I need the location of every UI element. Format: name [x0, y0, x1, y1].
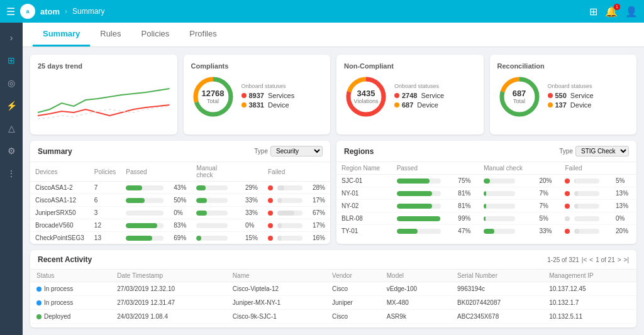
bell-icon[interactable]: 🔔1: [605, 6, 618, 18]
activity-header: Recent Activity 1-25 of 321 |< < 1 of 21…: [30, 250, 636, 270]
device-name: CheckPointSEG3: [30, 232, 89, 244]
activity-model: MX-480: [380, 296, 451, 310]
sidebar-item-alerts[interactable]: △: [1, 118, 21, 138]
col-failed: Failed: [263, 162, 308, 182]
r-failed-pct: 0%: [611, 212, 636, 225]
breadcrumb-label: Summary: [72, 7, 104, 16]
compliants-device-count: 3831: [249, 101, 264, 109]
manual-bar: [191, 219, 240, 232]
summary-type-select[interactable]: Security Compliance: [270, 146, 323, 157]
activity-mgmt-ip: 10.132.1.7: [543, 296, 636, 310]
sidebar-item-network[interactable]: ⚡: [1, 96, 21, 116]
activity-model: BIG-IQ: [380, 324, 451, 328]
pagination-prev[interactable]: <: [589, 256, 593, 263]
col-r-failed: Failed: [560, 162, 611, 175]
r-passed-pct: 81%: [453, 200, 479, 212]
tab-policies[interactable]: Policies: [131, 23, 180, 47]
table-row: NY-02 81% 7% 13%: [336, 200, 636, 212]
trend-card: 25 days trend: [30, 55, 177, 135]
nav-icons: ⊞ 🔔1 👤: [589, 6, 638, 18]
activity-vendor: Juniper: [326, 296, 380, 310]
non-compliant-services-count: 2748: [402, 92, 417, 99]
regions-type-select[interactable]: STIG Check Security: [575, 146, 629, 157]
r-manual-pct: 7%: [535, 200, 560, 212]
reconciliation-total: 687: [513, 89, 526, 98]
non-compliant-device-count: 687: [402, 101, 413, 109]
r-manual-pct: 5%: [535, 212, 560, 225]
panels-row: Summary Type Security Compliance: [30, 141, 636, 244]
col-passed-pct: [169, 162, 191, 182]
table-row: SJC-01 75% 20% 5%: [336, 175, 636, 187]
device-name: CiscoASA1-12: [30, 194, 89, 207]
policy-count: 13: [89, 232, 121, 244]
activity-date: 27/03/2019 12.32.10: [111, 282, 226, 296]
passed-bar: [121, 219, 169, 232]
list-item: Deployed 22/03/2019 11.11.41 F5-BI-BLR-1…: [30, 324, 636, 328]
r-manual-bar: [479, 212, 534, 225]
activity-title: Recent Activity: [38, 255, 92, 264]
user-icon[interactable]: 👤: [625, 6, 638, 18]
top-nav: ☰ a atom › Summary ⊞ 🔔1 👤: [0, 0, 644, 23]
nc-device-dot: [394, 102, 399, 107]
non-compliant-total: 3435: [354, 89, 379, 98]
tab-profiles[interactable]: Profiles: [179, 23, 226, 47]
pagination-next[interactable]: >: [618, 256, 621, 263]
reconciliation-services-label: Service: [570, 92, 594, 99]
activity-vendor: Cisco: [326, 310, 380, 324]
content-area: Summary Rules Policies Profiles 25 days …: [23, 23, 644, 335]
hamburger-icon[interactable]: ☰: [6, 6, 15, 18]
r-manual-pct: 33%: [535, 225, 560, 238]
trend-chart: [38, 75, 170, 125]
compliants-onboard-label: Onboard statuses: [242, 83, 323, 89]
r-passed-bar: [392, 200, 453, 212]
table-row: BLR-08 99% 5% 0%: [336, 212, 636, 225]
sidebar-item-dashboard[interactable]: ⊞: [1, 50, 21, 70]
activity-name: Juniper-MX-NY-1: [226, 296, 326, 310]
pagination-page: 1 of 21: [596, 256, 615, 263]
r-manual-bar: [479, 200, 534, 212]
r-passed-bar: [392, 187, 453, 200]
list-item: In process 27/03/2019 12.32.10 Cisco-Vip…: [30, 282, 636, 296]
r-passed-pct: 75%: [453, 175, 479, 187]
table-row: TY-01 47% 33% 20%: [336, 225, 636, 238]
compliants-services-label: Services: [268, 92, 294, 99]
tab-bar: Summary Rules Policies Profiles: [23, 23, 644, 47]
failed-bar: [263, 207, 308, 219]
passed-pct: 69%: [169, 232, 191, 244]
regions-filter: Type STIG Check Security: [559, 146, 629, 157]
r-manual-bar: [479, 225, 534, 238]
activity-name: Cisco-Viptela-12: [226, 282, 326, 296]
failed-bar: [263, 232, 308, 244]
manual-bar: [191, 194, 240, 207]
tab-rules[interactable]: Rules: [90, 23, 131, 47]
r-manual-pct: 7%: [535, 187, 560, 200]
r-manual-bar: [479, 175, 534, 187]
pagination-last[interactable]: >|: [624, 256, 629, 263]
col-policies: Policies: [89, 162, 121, 182]
col-manual-pct: [240, 162, 263, 182]
table-row: CheckPointSEG3 13 69% 15%: [30, 232, 330, 244]
activity-model: ASR9k: [380, 310, 451, 324]
activity-serial: ABC2345X678: [451, 310, 543, 324]
non-compliant-services-label: Service: [421, 92, 444, 99]
sidebar-item-targets[interactable]: ◎: [1, 73, 21, 93]
sidebar-item-settings[interactable]: ⚙: [1, 141, 21, 161]
grid-icon[interactable]: ⊞: [589, 6, 597, 18]
table-row: CiscoASA1-2 7 43% 29%: [30, 182, 330, 194]
r-passed-pct: 99%: [453, 212, 479, 225]
pagination-first[interactable]: |<: [582, 256, 587, 263]
sidebar-collapse[interactable]: ›: [1, 28, 21, 48]
regions-table: Region Name Passed Manual check Failed S…: [336, 162, 636, 237]
activity-pagination: 1-25 of 321 |< < 1 of 21 > >|: [547, 256, 629, 263]
summary-filter: Type Security Compliance: [254, 146, 323, 157]
tab-summary[interactable]: Summary: [33, 23, 90, 47]
services-dot: [242, 93, 247, 98]
activity-model: vEdge-100: [380, 282, 451, 296]
sidebar-item-more[interactable]: ⋮: [1, 163, 21, 184]
col-model: Model: [380, 270, 451, 282]
r-failed-pct: 13%: [611, 187, 636, 200]
passed-pct: 43%: [169, 182, 191, 194]
failed-bar: [263, 182, 308, 194]
col-r-passed: Passed: [392, 162, 453, 175]
col-passed: Passed: [121, 162, 169, 182]
